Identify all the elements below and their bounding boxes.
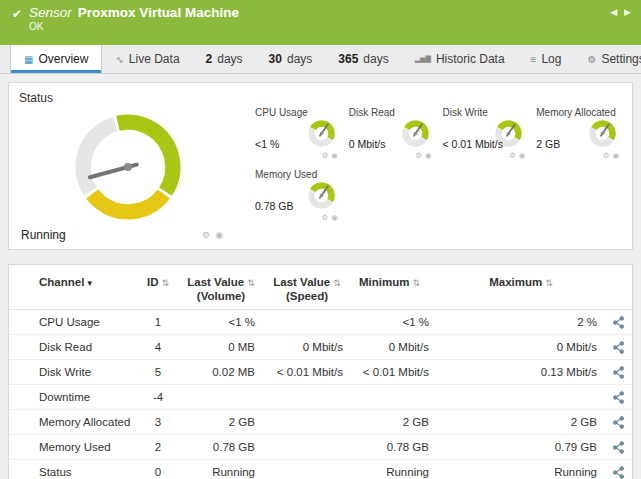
cell-actions [605, 360, 632, 385]
cell-last-value-speed [263, 310, 351, 335]
cell-last-value-volume: 2 GB [179, 410, 263, 435]
sort-icon: ⇅ [247, 278, 255, 288]
cell-channel: Memory Allocated [9, 410, 137, 435]
channel-settings-icon[interactable] [612, 366, 625, 379]
tab-365-days[interactable]: 365 days [325, 45, 401, 73]
cell-last-value-volume: 0.78 GB [179, 435, 263, 460]
cell-maximum: 0 Mbit/s [437, 335, 605, 360]
gauge-settings-icon[interactable]: ⚙ [603, 151, 610, 160]
gauge-settings-icon[interactable]: ⚙ [321, 213, 328, 222]
column-label: Channel [39, 276, 84, 288]
cell-minimum: <1 % [351, 310, 437, 335]
tab-historic-data[interactable]: ▂▅▇ Historic Data [402, 45, 518, 73]
cell-channel: CPU Usage [9, 310, 137, 335]
cell-minimum: 2 GB [351, 410, 437, 435]
mini-gauge [586, 118, 619, 149]
cell-id: 4 [137, 335, 179, 360]
channel-table-panel: Channel▾ ID⇅ Last Value⇅ (Volume) Last V… [8, 264, 633, 479]
gauge-pin-icon[interactable]: ◉ [215, 230, 223, 240]
channel-settings-icon[interactable] [612, 316, 625, 329]
cell-maximum: 2 GB [437, 410, 605, 435]
cell-actions [605, 435, 632, 460]
gauge-settings-icon[interactable]: ⚙ [415, 151, 422, 160]
cell-minimum: 0.78 GB [351, 435, 437, 460]
tab-settings[interactable]: ⚙ Settings [574, 45, 641, 73]
cell-id: -4 [137, 385, 179, 410]
sensor-titles: SensorProxmox Virtual Machine OK [29, 5, 239, 32]
status-ok-check-icon: ✔ [12, 7, 22, 21]
channel-settings-icon[interactable] [612, 466, 625, 479]
sort-icon: ⇅ [545, 278, 553, 288]
cell-channel: Memory Used [9, 435, 137, 460]
cell-last-value-volume: <1 % [179, 310, 263, 335]
cell-minimum: Running [351, 460, 437, 479]
cell-actions [605, 385, 632, 410]
mini-gauge-value: 0.78 GB [255, 200, 294, 212]
sort-icon: ⇅ [333, 278, 341, 288]
gauge-pin-icon[interactable]: ◉ [331, 213, 338, 222]
tab-live-data[interactable]: ∿ Live Data [102, 45, 192, 73]
mini-gauge-value: < 0.01 Mbit/s [443, 138, 503, 150]
mini-gauge-label: CPU Usage [255, 107, 337, 118]
sensor-status-text: OK [29, 21, 239, 32]
tab-2-days[interactable]: 2 days [193, 45, 256, 73]
column-header-maximum[interactable]: Maximum⇅ [437, 267, 605, 310]
column-label: (Volume) [187, 290, 255, 303]
column-header-minimum[interactable]: Minimum⇅ [351, 267, 437, 310]
column-label: ID [147, 276, 159, 288]
cell-last-value-volume: 0.02 MB [179, 360, 263, 385]
cell-last-value-speed [263, 435, 351, 460]
historic-data-icon: ▂▅▇ [415, 55, 431, 63]
gauge-pin-icon[interactable]: ◉ [612, 151, 619, 160]
gauge-pin-icon[interactable]: ◉ [425, 151, 432, 160]
mini-gauge [305, 118, 338, 149]
tab-label: Log [541, 52, 561, 66]
status-panel-title: Status [19, 91, 237, 105]
channel-settings-icon[interactable] [612, 391, 625, 404]
cell-last-value-speed [263, 385, 351, 410]
cell-channel: Downtime [9, 385, 137, 410]
column-header-id[interactable]: ID⇅ [137, 267, 179, 310]
tab-bar: ▦ Overview ∿ Live Data 2 days 30 days 36… [0, 45, 641, 74]
cell-channel: Disk Write [9, 360, 137, 385]
tab-label: Settings [601, 52, 641, 66]
next-sensor-arrow-icon[interactable]: ▶ [624, 7, 631, 17]
table-header-row: Channel▾ ID⇅ Last Value⇅ (Volume) Last V… [9, 267, 632, 310]
column-header-channel[interactable]: Channel▾ [9, 267, 137, 310]
gauge-settings-icon[interactable]: ⚙ [509, 151, 516, 160]
column-header-last-value-speed[interactable]: Last Value⇅ (Speed) [263, 267, 351, 310]
tab-overview[interactable]: ▦ Overview [10, 45, 102, 73]
mini-gauge-grid: CPU Usage <1 % ⚙◉ Disk Read [237, 91, 622, 245]
tab-label: days [363, 52, 388, 66]
gauge-settings-icon[interactable]: ⚙ [321, 151, 328, 160]
mini-gauge-label: Memory Used [255, 169, 337, 180]
column-label: (Speed) [271, 290, 343, 303]
settings-gear-icon: ⚙ [587, 54, 596, 65]
cell-channel: Disk Read [9, 335, 137, 360]
channel-settings-icon[interactable] [612, 441, 625, 454]
tab-label: Live Data [129, 52, 180, 66]
mini-gauge-label: Memory Allocated [536, 107, 618, 118]
channel-settings-icon[interactable] [612, 341, 625, 354]
cell-last-value-volume [179, 385, 263, 410]
column-label: Minimum [359, 276, 409, 288]
table-row: Memory Used 2 0.78 GB 0.78 GB 0.79 GB [9, 435, 632, 460]
column-header-last-value-volume[interactable]: Last Value⇅ (Volume) [179, 267, 263, 310]
tab-log[interactable]: ≡ Log [518, 45, 575, 73]
column-header-actions [605, 267, 632, 310]
gauge-pin-icon[interactable]: ◉ [331, 151, 338, 160]
prev-sensor-arrow-icon[interactable]: ◀ [610, 7, 617, 17]
mini-gauge [305, 180, 338, 211]
channel-settings-icon[interactable] [612, 416, 625, 429]
gauge-settings-icon[interactable]: ⚙ [202, 230, 210, 240]
cell-last-value-speed: 0 Mbit/s [263, 335, 351, 360]
status-gauge [67, 106, 189, 228]
mini-gauge-cell-memory-allocated: Memory Allocated 2 GB ⚙◉ [532, 105, 622, 167]
gauge-pin-icon[interactable]: ◉ [519, 151, 526, 160]
cell-channel: Status [9, 460, 137, 479]
table-row: CPU Usage 1 <1 % <1 % 2 % [9, 310, 632, 335]
sort-desc-icon: ▾ [87, 278, 92, 288]
column-label: Maximum [489, 276, 542, 288]
cell-actions [605, 310, 632, 335]
tab-30-days[interactable]: 30 days [256, 45, 326, 73]
